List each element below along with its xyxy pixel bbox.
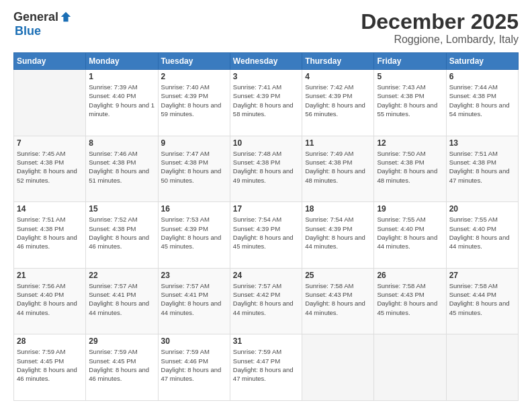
day-info: Sunrise: 7:41 AMSunset: 4:39 PMDaylight:… [233, 83, 299, 118]
day-info: Sunrise: 7:59 AMSunset: 4:46 PMDaylight:… [161, 347, 227, 383]
day-number: 29 [89, 336, 154, 346]
day-info: Sunrise: 7:59 AMSunset: 4:47 PMDaylight:… [233, 347, 299, 383]
weekday-header-monday: Monday [86, 53, 158, 70]
calendar-cell: 26Sunrise: 7:58 AMSunset: 4:43 PMDayligh… [374, 268, 446, 334]
day-number: 16 [161, 204, 227, 214]
calendar-cell [14, 70, 86, 136]
day-info: Sunrise: 7:54 AMSunset: 4:39 PMDaylight:… [305, 215, 371, 250]
calendar-cell: 28Sunrise: 7:59 AMSunset: 4:45 PMDayligh… [14, 334, 86, 401]
day-info: Sunrise: 7:49 AMSunset: 4:38 PMDaylight:… [305, 149, 371, 185]
day-info: Sunrise: 7:58 AMSunset: 4:43 PMDaylight:… [305, 281, 371, 317]
day-number: 14 [17, 204, 83, 214]
calendar-cell: 9Sunrise: 7:47 AMSunset: 4:38 PMDaylight… [158, 136, 230, 202]
calendar-cell: 17Sunrise: 7:54 AMSunset: 4:39 PMDayligh… [230, 202, 302, 269]
week-row-1: 1Sunrise: 7:39 AMSunset: 4:40 PMDaylight… [14, 70, 519, 136]
day-info: Sunrise: 7:51 AMSunset: 4:38 PMDaylight:… [449, 149, 515, 185]
weekday-header-saturday: Saturday [446, 53, 518, 70]
weekday-header-wednesday: Wednesday [230, 53, 302, 70]
title-block: December 2025 Roggione, Lombardy, Italy [361, 10, 519, 46]
logo-general-text: General [13, 10, 58, 24]
calendar-cell: 2Sunrise: 7:40 AMSunset: 4:39 PMDaylight… [158, 70, 230, 136]
day-number: 17 [233, 204, 299, 214]
calendar-cell: 23Sunrise: 7:57 AMSunset: 4:41 PMDayligh… [158, 268, 230, 334]
calendar-cell: 7Sunrise: 7:45 AMSunset: 4:38 PMDaylight… [14, 136, 86, 202]
calendar-cell: 21Sunrise: 7:56 AMSunset: 4:40 PMDayligh… [14, 268, 86, 334]
day-info: Sunrise: 7:51 AMSunset: 4:38 PMDaylight:… [17, 215, 83, 250]
day-number: 2 [161, 72, 227, 81]
day-info: Sunrise: 7:59 AMSunset: 4:45 PMDaylight:… [89, 347, 154, 383]
day-info: Sunrise: 7:57 AMSunset: 4:41 PMDaylight:… [161, 281, 227, 317]
day-number: 6 [449, 72, 515, 81]
calendar-cell: 1Sunrise: 7:39 AMSunset: 4:40 PMDaylight… [86, 70, 158, 136]
header: General Blue December 2025 Roggione, Lom… [13, 10, 519, 46]
calendar-cell: 31Sunrise: 7:59 AMSunset: 4:47 PMDayligh… [230, 334, 302, 401]
calendar-cell: 14Sunrise: 7:51 AMSunset: 4:38 PMDayligh… [14, 202, 86, 269]
day-info: Sunrise: 7:39 AMSunset: 4:40 PMDaylight:… [89, 83, 154, 118]
day-number: 19 [377, 204, 443, 214]
day-number: 25 [305, 271, 371, 280]
week-row-4: 21Sunrise: 7:56 AMSunset: 4:40 PMDayligh… [14, 268, 519, 334]
logo-icon [60, 11, 72, 23]
day-info: Sunrise: 7:44 AMSunset: 4:38 PMDaylight:… [449, 83, 515, 118]
day-number: 3 [233, 72, 299, 81]
day-number: 12 [377, 138, 443, 148]
calendar-cell: 8Sunrise: 7:46 AMSunset: 4:38 PMDaylight… [86, 136, 158, 202]
calendar-cell: 16Sunrise: 7:53 AMSunset: 4:39 PMDayligh… [158, 202, 230, 269]
calendar-cell: 11Sunrise: 7:49 AMSunset: 4:38 PMDayligh… [302, 136, 374, 202]
calendar-cell [374, 334, 446, 401]
day-info: Sunrise: 7:46 AMSunset: 4:38 PMDaylight:… [89, 149, 154, 185]
logo-blue-text: Blue [15, 24, 41, 38]
week-row-3: 14Sunrise: 7:51 AMSunset: 4:38 PMDayligh… [14, 202, 519, 269]
calendar-cell: 24Sunrise: 7:57 AMSunset: 4:42 PMDayligh… [230, 268, 302, 334]
calendar-table: SundayMondayTuesdayWednesdayThursdayFrid… [13, 52, 519, 401]
day-number: 11 [305, 138, 371, 148]
week-row-5: 28Sunrise: 7:59 AMSunset: 4:45 PMDayligh… [14, 334, 519, 401]
day-number: 15 [89, 204, 154, 214]
calendar-cell [302, 334, 374, 401]
page: General Blue December 2025 Roggione, Lom… [0, 0, 532, 411]
day-number: 26 [377, 271, 443, 280]
calendar-cell: 19Sunrise: 7:55 AMSunset: 4:40 PMDayligh… [374, 202, 446, 269]
day-number: 8 [89, 138, 154, 148]
weekday-header-friday: Friday [374, 53, 446, 70]
day-number: 23 [161, 271, 227, 280]
day-number: 4 [305, 72, 371, 81]
day-info: Sunrise: 7:42 AMSunset: 4:39 PMDaylight:… [305, 83, 371, 118]
day-number: 13 [449, 138, 515, 148]
day-number: 21 [17, 271, 83, 280]
calendar-cell: 30Sunrise: 7:59 AMSunset: 4:46 PMDayligh… [158, 334, 230, 401]
day-number: 27 [449, 271, 515, 280]
day-number: 5 [377, 72, 443, 81]
day-number: 24 [233, 271, 299, 280]
day-number: 30 [161, 336, 227, 346]
calendar-cell: 6Sunrise: 7:44 AMSunset: 4:38 PMDaylight… [446, 70, 518, 136]
day-info: Sunrise: 7:55 AMSunset: 4:40 PMDaylight:… [377, 215, 443, 250]
calendar-cell: 18Sunrise: 7:54 AMSunset: 4:39 PMDayligh… [302, 202, 374, 269]
day-info: Sunrise: 7:45 AMSunset: 4:38 PMDaylight:… [17, 149, 83, 185]
day-number: 20 [449, 204, 515, 214]
weekday-header-thursday: Thursday [302, 53, 374, 70]
day-info: Sunrise: 7:48 AMSunset: 4:38 PMDaylight:… [233, 149, 299, 185]
weekday-header-row: SundayMondayTuesdayWednesdayThursdayFrid… [14, 53, 519, 70]
day-info: Sunrise: 7:55 AMSunset: 4:40 PMDaylight:… [449, 215, 515, 250]
day-info: Sunrise: 7:59 AMSunset: 4:45 PMDaylight:… [17, 347, 83, 383]
day-number: 28 [17, 336, 83, 346]
day-number: 10 [233, 138, 299, 148]
location-title: Roggione, Lombardy, Italy [361, 34, 519, 46]
day-number: 9 [161, 138, 227, 148]
day-info: Sunrise: 7:57 AMSunset: 4:42 PMDaylight:… [233, 281, 299, 317]
day-info: Sunrise: 7:57 AMSunset: 4:41 PMDaylight:… [89, 281, 154, 317]
day-info: Sunrise: 7:58 AMSunset: 4:44 PMDaylight:… [449, 281, 515, 317]
day-info: Sunrise: 7:58 AMSunset: 4:43 PMDaylight:… [377, 281, 443, 317]
calendar-cell: 13Sunrise: 7:51 AMSunset: 4:38 PMDayligh… [446, 136, 518, 202]
calendar-cell: 20Sunrise: 7:55 AMSunset: 4:40 PMDayligh… [446, 202, 518, 269]
day-info: Sunrise: 7:47 AMSunset: 4:38 PMDaylight:… [161, 149, 227, 185]
calendar-cell: 25Sunrise: 7:58 AMSunset: 4:43 PMDayligh… [302, 268, 374, 334]
day-info: Sunrise: 7:56 AMSunset: 4:40 PMDaylight:… [17, 281, 83, 317]
weekday-header-sunday: Sunday [14, 53, 86, 70]
day-number: 7 [17, 138, 83, 148]
day-info: Sunrise: 7:52 AMSunset: 4:38 PMDaylight:… [89, 215, 154, 250]
calendar-cell: 27Sunrise: 7:58 AMSunset: 4:44 PMDayligh… [446, 268, 518, 334]
day-info: Sunrise: 7:40 AMSunset: 4:39 PMDaylight:… [161, 83, 227, 118]
calendar-cell: 29Sunrise: 7:59 AMSunset: 4:45 PMDayligh… [86, 334, 158, 401]
